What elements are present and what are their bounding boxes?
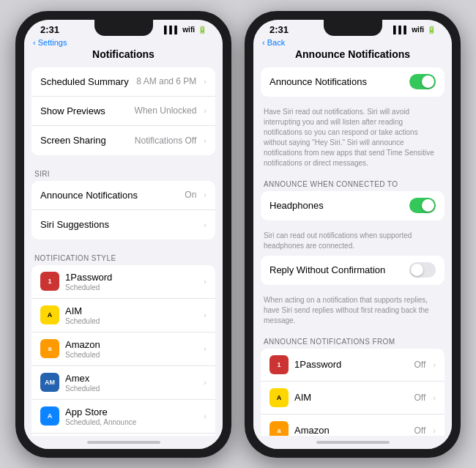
chevron-icon: › bbox=[433, 360, 436, 369]
reply-row[interactable]: Reply Without Confirmation bbox=[261, 256, 445, 285]
content-right: Announce Notifications Have Siri read ou… bbox=[253, 63, 452, 436]
right-phone: 2:31 ▌▌▌ wifi 🔋 ‹ Back Announce Notifica… bbox=[245, 11, 461, 458]
reply-label: Reply Without Confirmation bbox=[269, 264, 404, 275]
reply-group: Reply Without Confirmation bbox=[261, 256, 445, 285]
page-title-left: Notifications bbox=[62, 48, 185, 60]
list-item[interactable]: Scheduled Summary 8 AM and 6 PM › bbox=[31, 67, 215, 97]
announce-toggle[interactable] bbox=[409, 74, 436, 89]
app-name: AIM bbox=[294, 392, 409, 403]
battery-icon: 🔋 bbox=[427, 26, 436, 34]
siri-group: Announce Notifications On › Siri Suggest… bbox=[31, 181, 215, 239]
top-group: Scheduled Summary 8 AM and 6 PM › Show P… bbox=[31, 67, 215, 155]
siri-section-header: SIRI bbox=[24, 163, 223, 181]
connected-section-header: ANNOUNCE WHEN CONNECTED TO bbox=[253, 173, 452, 191]
chevron-icon: › bbox=[204, 77, 207, 86]
chevron-icon: › bbox=[204, 412, 207, 420]
headphones-group: Headphones bbox=[261, 191, 445, 220]
list-item[interactable]: a Amazon Off › bbox=[261, 415, 445, 436]
list-item[interactable]: A App Store Scheduled, Announce › bbox=[31, 400, 215, 434]
announce-notifications-label: Announce Notifications bbox=[40, 190, 179, 201]
chevron-icon: › bbox=[204, 106, 207, 115]
battery-icon: 🔋 bbox=[198, 26, 207, 34]
chevron-icon: › bbox=[204, 311, 207, 319]
status-icons-left: ▌▌▌ wifi 🔋 bbox=[164, 26, 207, 34]
list-item[interactable]: A AIM Scheduled › bbox=[31, 299, 215, 333]
wifi-icon: wifi bbox=[412, 26, 424, 34]
apps-group-left: 1 1Password Scheduled › A AIM Scheduled … bbox=[31, 265, 215, 436]
chevron-icon: › bbox=[204, 190, 207, 199]
home-bar-right bbox=[316, 441, 390, 444]
siri-suggestions-row[interactable]: Siri Suggestions › bbox=[31, 210, 215, 239]
search-label-left[interactable]: ‹ Settings bbox=[33, 38, 214, 47]
chevron-icon: › bbox=[433, 393, 436, 402]
nav-bar-left: ‹ Settings Notifications bbox=[24, 37, 223, 63]
screen-sharing-value: Notifications Off bbox=[135, 135, 196, 146]
home-indicator-left bbox=[24, 436, 223, 449]
reply-desc: When acting on a notification that suppo… bbox=[253, 292, 452, 330]
app-label-col: Amex Scheduled bbox=[65, 373, 196, 393]
headphones-row[interactable]: Headphones bbox=[261, 191, 445, 220]
time-left: 2:31 bbox=[40, 24, 59, 35]
chevron-icon: › bbox=[204, 277, 207, 286]
scheduled-summary-label: Scheduled Summary bbox=[40, 76, 130, 87]
chevron-icon: › bbox=[204, 220, 207, 229]
app-label-col: App Store Scheduled, Announce bbox=[65, 406, 196, 426]
app-name: Amazon bbox=[294, 425, 409, 436]
app-name: AIM bbox=[65, 305, 196, 316]
app-name: 1Password bbox=[65, 272, 196, 283]
list-item[interactable]: AM Amex Scheduled › bbox=[31, 366, 215, 400]
content-left: Scheduled Summary 8 AM and 6 PM › Show P… bbox=[24, 63, 223, 436]
home-indicator-right bbox=[253, 436, 452, 449]
list-item[interactable]: 1 1Password Scheduled › bbox=[31, 265, 215, 299]
notification-style-header: NOTIFICATION STYLE bbox=[24, 247, 223, 265]
announce-notifications-value: On bbox=[185, 190, 196, 200]
show-previews-value: When Unlocked bbox=[135, 105, 197, 116]
app-label-col: Amazon Scheduled bbox=[65, 339, 196, 359]
reply-toggle[interactable] bbox=[409, 262, 436, 278]
list-item[interactable]: Screen Sharing Notifications Off › bbox=[31, 126, 215, 155]
chevron-icon: › bbox=[204, 344, 207, 353]
app-sublabel: Scheduled bbox=[65, 385, 196, 393]
announce-group: Announce Notifications bbox=[261, 67, 445, 97]
aim-icon: A bbox=[40, 305, 59, 324]
chevron-icon: › bbox=[204, 378, 207, 387]
show-previews-label: Show Previews bbox=[40, 105, 129, 116]
amazon-icon: a bbox=[269, 421, 289, 436]
apps-group-right: 1 1Password Off › A AIM Off › a Amazon O… bbox=[261, 349, 445, 436]
signal-icon: ▌▌▌ bbox=[393, 26, 409, 34]
signal-icon: ▌▌▌ bbox=[164, 26, 179, 34]
app-name: Amazon bbox=[65, 339, 196, 350]
list-item[interactable]: a Amazon Scheduled › bbox=[31, 333, 215, 366]
back-chevron-icon: ‹ bbox=[262, 38, 265, 47]
status-icons-right: ▌▌▌ wifi 🔋 bbox=[393, 26, 436, 34]
list-item[interactable]: 1 1Password Off › bbox=[261, 349, 445, 382]
announce-notifications-toggle-row[interactable]: Announce Notifications bbox=[261, 67, 445, 97]
chevron-icon: › bbox=[204, 136, 207, 145]
appstore-icon: A bbox=[40, 406, 59, 426]
from-section-header: ANNOUNCE NOTIFICATIONS FROM bbox=[253, 330, 452, 349]
wifi-icon: wifi bbox=[182, 26, 195, 34]
app-sublabel: Scheduled bbox=[65, 317, 196, 325]
time-right: 2:31 bbox=[269, 24, 289, 35]
list-item[interactable]: A AIM Off › bbox=[261, 382, 445, 415]
aim-icon: A bbox=[269, 388, 289, 407]
scheduled-summary-value: 8 AM and 6 PM bbox=[136, 76, 196, 86]
amex-icon: AM bbox=[40, 373, 59, 392]
chevron-icon: › bbox=[433, 426, 436, 435]
search-label-right[interactable]: ‹ Back bbox=[262, 38, 443, 47]
siri-suggestions-label: Siri Suggestions bbox=[40, 219, 196, 230]
headphones-toggle[interactable] bbox=[409, 198, 436, 213]
app-name: 1Password bbox=[294, 359, 409, 370]
page-title-right: Announce Notifications bbox=[284, 48, 421, 60]
back-chevron-icon: ‹ bbox=[33, 38, 36, 47]
app-value: Off bbox=[414, 393, 426, 403]
announce-desc: Have Siri read out notifications. Siri w… bbox=[253, 104, 452, 173]
app-sublabel: Scheduled bbox=[65, 351, 196, 359]
app-label-col: AIM Scheduled bbox=[65, 305, 196, 325]
app-sublabel: Scheduled bbox=[65, 283, 196, 291]
app-name: Amex bbox=[65, 373, 196, 384]
screen-sharing-label: Screen Sharing bbox=[40, 135, 129, 146]
headphones-label: Headphones bbox=[269, 200, 404, 211]
announce-notifications-row[interactable]: Announce Notifications On › bbox=[31, 181, 215, 210]
list-item[interactable]: Show Previews When Unlocked › bbox=[31, 97, 215, 126]
